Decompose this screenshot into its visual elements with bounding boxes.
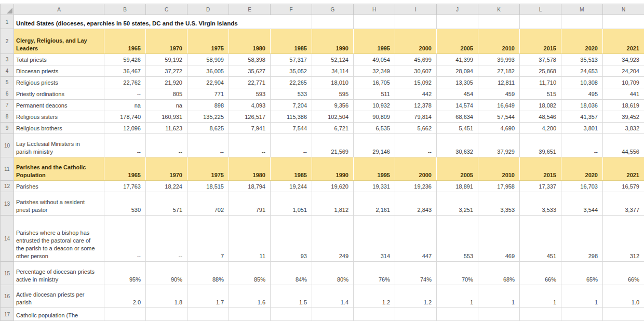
cell-K12[interactable]: 17,958 (478, 181, 520, 192)
cell-L16[interactable]: 1 (520, 285, 561, 308)
cell-C11[interactable]: 1970 (146, 157, 187, 181)
cell-K15[interactable]: 68% (478, 262, 520, 285)
cell-I14[interactable]: 447 (395, 216, 437, 262)
cell-G17[interactable] (312, 308, 354, 321)
cell-L6[interactable]: 515 (520, 88, 561, 100)
cell-K6[interactable]: 459 (478, 88, 520, 100)
cell-A7[interactable]: Permanent deacons (14, 100, 104, 111)
cell-D8[interactable]: 135,225 (187, 111, 229, 123)
cell-I2[interactable]: 2000 (395, 29, 437, 54)
row-header-11[interactable]: 11 (1, 157, 14, 181)
cell-J15[interactable]: 70% (437, 262, 478, 285)
cell-N9[interactable]: 3,832 (603, 123, 644, 134)
cell-M2[interactable]: 2020 (561, 29, 603, 54)
cell-H9[interactable]: 6,535 (354, 123, 395, 134)
cell-G10[interactable]: 21,569 (312, 134, 354, 157)
row-header-1[interactable]: 1 (1, 15, 14, 29)
cell-G6[interactable]: 595 (312, 88, 354, 100)
cell-D2[interactable]: 1975 (187, 29, 229, 54)
cell-K7[interactable]: 16,649 (478, 100, 520, 111)
cell-J17[interactable] (437, 308, 478, 321)
row-header-8[interactable]: 8 (1, 111, 14, 123)
cell-M14[interactable]: 298 (561, 216, 603, 262)
cell-E2[interactable]: 1980 (229, 29, 271, 54)
cell-C7[interactable]: na (146, 100, 187, 111)
cell-E12[interactable]: 18,794 (229, 181, 271, 192)
cell-G8[interactable]: 102,504 (312, 111, 354, 123)
cell-N6[interactable]: 441 (603, 88, 644, 100)
cell-K4[interactable]: 27,182 (478, 65, 520, 77)
cell-I10[interactable]: -- (395, 134, 437, 157)
cell-E6[interactable]: 593 (229, 88, 271, 100)
column-header-F[interactable]: F (271, 4, 312, 15)
cell-D6[interactable]: 771 (187, 88, 229, 100)
cell-N1[interactable] (603, 15, 644, 29)
cell-A14[interactable]: Parishes where a bishop has entrusted th… (14, 216, 104, 262)
cell-H1[interactable] (354, 15, 395, 29)
cell-G15[interactable]: 80% (312, 262, 354, 285)
row-header-14[interactable]: 14 (1, 216, 14, 262)
cell-H14[interactable]: 314 (354, 216, 395, 262)
cell-N16[interactable]: 1.0 (603, 285, 644, 308)
cell-L14[interactable]: 451 (520, 216, 561, 262)
cell-M5[interactable]: 10,308 (561, 77, 603, 88)
row-header-10[interactable]: 10 (1, 134, 14, 157)
cell-A15[interactable]: Percentage of diocesan priests active in… (14, 262, 104, 285)
cell-A1-title[interactable]: United States (dioceses, eparchies in 50… (14, 15, 312, 29)
cell-I3[interactable]: 45,699 (395, 54, 437, 65)
cell-A9[interactable]: Religious brothers (14, 123, 104, 134)
cell-L8[interactable]: 48,546 (520, 111, 561, 123)
row-header-13[interactable]: 13 (1, 192, 14, 216)
cell-L2[interactable]: 2015 (520, 29, 561, 54)
cell-F4[interactable]: 35,052 (271, 65, 312, 77)
cell-K16[interactable]: 1 (478, 285, 520, 308)
cell-B6[interactable]: -- (104, 88, 146, 100)
cell-A3[interactable]: Total priests (14, 54, 104, 65)
cell-A8[interactable]: Religious sisters (14, 111, 104, 123)
cell-B14[interactable]: -- (104, 216, 146, 262)
cell-C2[interactable]: 1970 (146, 29, 187, 54)
cell-G9[interactable]: 6,721 (312, 123, 354, 134)
cell-C5[interactable]: 21,920 (146, 77, 187, 88)
cell-F6[interactable]: 533 (271, 88, 312, 100)
cell-F5[interactable]: 22,265 (271, 77, 312, 88)
cell-E17[interactable] (229, 308, 271, 321)
cell-H4[interactable]: 32,349 (354, 65, 395, 77)
cell-L12[interactable]: 17,337 (520, 181, 561, 192)
cell-C17[interactable] (146, 308, 187, 321)
cell-D10[interactable]: -- (187, 134, 229, 157)
cell-B4[interactable]: 36,467 (104, 65, 146, 77)
cell-H11[interactable]: 1995 (354, 157, 395, 181)
cell-F8[interactable]: 115,386 (271, 111, 312, 123)
row-header-15[interactable]: 15 (1, 262, 14, 285)
cell-N2[interactable]: 2021 (603, 29, 644, 54)
cell-C9[interactable]: 11,623 (146, 123, 187, 134)
cell-N14[interactable]: 312 (603, 216, 644, 262)
cell-M6[interactable]: 495 (561, 88, 603, 100)
cell-A2[interactable]: Clergy, Religious, and Lay Leaders (14, 29, 104, 54)
cell-K5[interactable]: 12,811 (478, 77, 520, 88)
cell-J3[interactable]: 41,399 (437, 54, 478, 65)
cell-F3[interactable]: 57,317 (271, 54, 312, 65)
select-all-corner[interactable] (1, 4, 14, 15)
cell-F10[interactable]: -- (271, 134, 312, 157)
cell-F15[interactable]: 84% (271, 262, 312, 285)
cell-A10[interactable]: Lay Ecclesial Ministers in parish minist… (14, 134, 104, 157)
cell-N12[interactable]: 16,579 (603, 181, 644, 192)
cell-B3[interactable]: 59,426 (104, 54, 146, 65)
cell-H8[interactable]: 90,809 (354, 111, 395, 123)
cell-H3[interactable]: 49,054 (354, 54, 395, 65)
row-header-5[interactable]: 5 (1, 77, 14, 88)
column-header-I[interactable]: I (395, 4, 437, 15)
cell-C6[interactable]: 805 (146, 88, 187, 100)
column-header-K[interactable]: K (478, 4, 520, 15)
cell-J11[interactable]: 2005 (437, 157, 478, 181)
cell-M15[interactable]: 65% (561, 262, 603, 285)
cell-A13[interactable]: Parishes without a resident priest pasto… (14, 192, 104, 216)
cell-E15[interactable]: 85% (229, 262, 271, 285)
cell-E5[interactable]: 22,771 (229, 77, 271, 88)
cell-B8[interactable]: 178,740 (104, 111, 146, 123)
row-header-6[interactable]: 6 (1, 88, 14, 100)
cell-A5[interactable]: Religious priests (14, 77, 104, 88)
cell-L17[interactable] (520, 308, 561, 321)
